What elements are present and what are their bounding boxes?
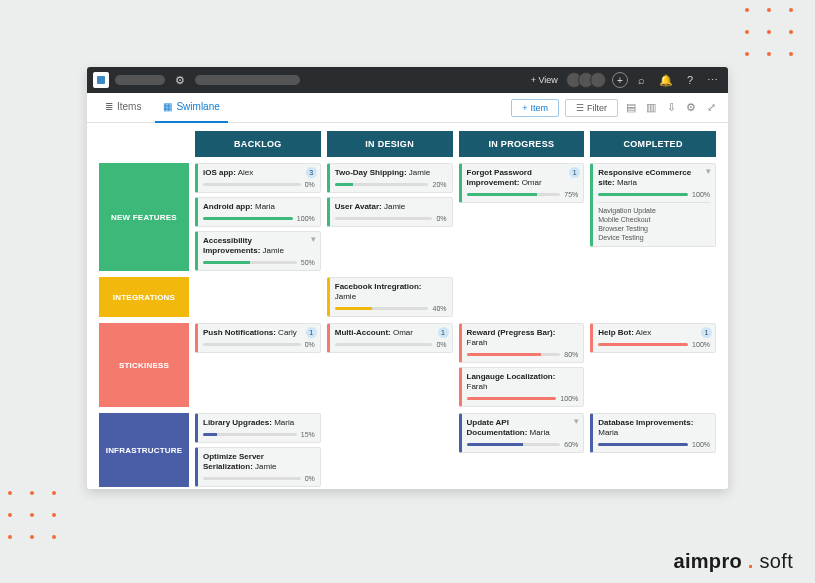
card[interactable]: Langauge Localization: Farah100% xyxy=(459,367,585,407)
card-badge: 1 xyxy=(569,167,580,178)
card[interactable]: Multi-Account: Omar10% xyxy=(327,323,453,353)
download-icon[interactable]: ⇩ xyxy=(664,101,678,115)
swimlane-row: STICKINESSPush Notifications: Carly10%Mu… xyxy=(99,323,716,407)
topbar-field-a[interactable] xyxy=(115,75,165,85)
progress-percent: 100% xyxy=(560,395,578,402)
progress-percent: 20% xyxy=(432,181,446,188)
card-title: Accessibility Improvements: Jamie xyxy=(203,236,315,256)
progress-percent: 60% xyxy=(564,441,578,448)
card-title: Responsive eCommerce site: Maria xyxy=(598,168,710,188)
lane-label[interactable]: NEW FEATURES xyxy=(99,163,189,271)
progress-bar xyxy=(467,193,561,196)
progress-percent: 100% xyxy=(692,441,710,448)
progress-bar xyxy=(598,193,688,196)
topbar-field-b[interactable] xyxy=(195,75,300,85)
progress-bar xyxy=(203,217,293,220)
progress-bar xyxy=(203,433,297,436)
search-icon[interactable]: ⌕ xyxy=(634,72,649,88)
brand-part2: soft xyxy=(760,550,793,572)
lane-label[interactable]: STICKINESS xyxy=(99,323,189,407)
progress-percent: 80% xyxy=(564,351,578,358)
avatar-stack[interactable]: + xyxy=(570,72,628,88)
lane-label[interactable]: INTEGRATIONS xyxy=(99,277,189,317)
lane-cell: Update API Documentation: Maria▾60% xyxy=(459,413,585,487)
lane-cell: Database Improvements: Maria100% xyxy=(590,413,716,487)
lane-cell: Reward (Pregress Bar): Farah80%Langauge … xyxy=(459,323,585,407)
lane-cell: Library Upgrades: Maria15%Optimize Serve… xyxy=(195,413,321,487)
add-item-button[interactable]: + Item xyxy=(511,99,559,117)
lane-cell xyxy=(195,277,321,317)
card[interactable]: Help Bot: Alex1100% xyxy=(590,323,716,353)
subtask-item[interactable]: Browser Testing xyxy=(598,224,710,233)
tab-swimlane[interactable]: ▦ Swimlane xyxy=(155,93,227,123)
lane-cell: iOS app: Alex30%Android app: Maria100%Ac… xyxy=(195,163,321,271)
lane-cell: Multi-Account: Omar10% xyxy=(327,323,453,407)
card[interactable]: iOS app: Alex30% xyxy=(195,163,321,193)
chevron-down-icon[interactable]: ▾ xyxy=(574,416,579,426)
gear-icon[interactable]: ⚙ xyxy=(171,72,189,89)
decorative-dot-grid-bottom xyxy=(8,491,56,539)
subtask-item[interactable]: Mobile Checkout xyxy=(598,215,710,224)
card-progress: 20% xyxy=(335,181,447,188)
bell-icon[interactable]: 🔔 xyxy=(655,72,677,89)
layout-icon[interactable]: ▤ xyxy=(624,101,638,115)
progress-bar xyxy=(203,343,301,346)
card[interactable]: Library Upgrades: Maria15% xyxy=(195,413,321,443)
add-user-icon[interactable]: + xyxy=(612,72,628,88)
card[interactable]: Reward (Pregress Bar): Farah80% xyxy=(459,323,585,363)
card[interactable]: Facebook Intregration: Jamie40% xyxy=(327,277,453,317)
lane-cell: Responsive eCommerce site: Maria▾100%Nav… xyxy=(590,163,716,271)
chevron-down-icon[interactable]: ▾ xyxy=(311,234,316,244)
filter-button[interactable]: ☰ Filter xyxy=(565,99,618,117)
card[interactable]: Responsive eCommerce site: Maria▾100%Nav… xyxy=(590,163,716,247)
lane-label[interactable]: INFRASTRUCTURE xyxy=(99,413,189,487)
avatar[interactable] xyxy=(590,72,606,88)
list-icon: ≣ xyxy=(105,101,113,112)
swimlane-row: INFRASTRUCTURELibrary Upgrades: Maria15%… xyxy=(99,413,716,487)
card-title: Langauge Localization: Farah xyxy=(467,372,579,392)
progress-percent: 40% xyxy=(432,305,446,312)
lane-cell xyxy=(327,413,453,487)
card[interactable]: Update API Documentation: Maria▾60% xyxy=(459,413,585,453)
lane-cell xyxy=(590,277,716,317)
more-icon[interactable]: ⋯ xyxy=(703,72,722,89)
lane-cell xyxy=(459,277,585,317)
card-progress: 0% xyxy=(203,341,315,348)
card[interactable]: Two-Day Shipping: Jamie20% xyxy=(327,163,453,193)
columns-icon[interactable]: ▥ xyxy=(644,101,658,115)
chevron-down-icon[interactable]: ▾ xyxy=(706,166,711,176)
card-progress: 50% xyxy=(203,259,315,266)
progress-bar xyxy=(203,183,301,186)
card-progress: 100% xyxy=(598,341,710,348)
help-icon[interactable]: ? xyxy=(683,72,697,88)
card[interactable]: Database Improvements: Maria100% xyxy=(590,413,716,453)
subtask-item[interactable]: Device Testing xyxy=(598,233,710,242)
card[interactable]: Accessibility Improvements: Jamie▾50% xyxy=(195,231,321,271)
tab-items[interactable]: ≣ Items xyxy=(97,93,149,123)
card[interactable]: Android app: Maria100% xyxy=(195,197,321,227)
settings-icon[interactable]: ⚙ xyxy=(684,101,698,115)
card-progress: 0% xyxy=(335,341,447,348)
card[interactable]: Optimize Server Serialization: Jamie0% xyxy=(195,447,321,487)
subtask-item[interactable]: Navigation Update xyxy=(598,206,710,215)
card[interactable]: User Avatar: Jamie0% xyxy=(327,197,453,227)
progress-bar xyxy=(335,343,433,346)
card[interactable]: Push Notifications: Carly10% xyxy=(195,323,321,353)
card-progress: 100% xyxy=(467,395,579,402)
brand-part1: aimpro xyxy=(674,550,742,572)
column-header-row: BACKLOG IN DESIGN IN PROGRESS COMPLETED xyxy=(99,131,716,157)
progress-bar xyxy=(598,343,688,346)
plus-icon: + xyxy=(522,103,527,113)
app-logo[interactable] xyxy=(93,72,109,88)
add-view-button[interactable]: + View xyxy=(525,73,564,87)
swimlane-board: BACKLOG IN DESIGN IN PROGRESS COMPLETED … xyxy=(87,123,728,489)
card-progress: 0% xyxy=(335,215,447,222)
lane-cell: Push Notifications: Carly10% xyxy=(195,323,321,407)
swimlane-row: INTEGRATIONSFacebook Intregration: Jamie… xyxy=(99,277,716,317)
progress-percent: 100% xyxy=(692,191,710,198)
fullscreen-icon[interactable]: ⤢ xyxy=(704,101,718,115)
card[interactable]: Forgot Password Improvement: Omar175% xyxy=(459,163,585,203)
progress-percent: 0% xyxy=(436,215,446,222)
progress-bar xyxy=(335,217,433,220)
decorative-dot-grid-top xyxy=(745,8,793,56)
